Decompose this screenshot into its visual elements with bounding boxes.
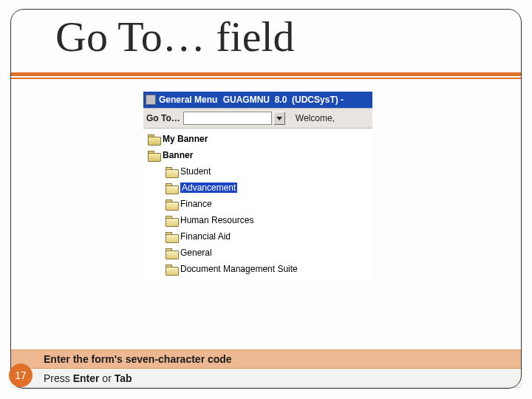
folder-closed-icon bbox=[166, 216, 177, 225]
folder-closed-icon bbox=[166, 265, 177, 274]
app-screenshot: General Menu GUAGMNU 8.0 (UDCSysT) - Go … bbox=[143, 92, 372, 281]
tree-item-dms[interactable]: Document Management Suite bbox=[145, 261, 372, 277]
app-icon bbox=[146, 95, 156, 105]
tree-folder-banner[interactable]: Banner bbox=[145, 147, 372, 163]
tree-label: Human Resources bbox=[180, 215, 253, 225]
instruction-line-2: Press Enter or Tab bbox=[10, 369, 522, 388]
slide-number-badge: 17 bbox=[9, 364, 33, 387]
tree-label: General bbox=[180, 248, 212, 258]
folder-closed-icon bbox=[166, 232, 177, 242]
folder-open-icon bbox=[148, 151, 160, 160]
goto-input[interactable] bbox=[183, 112, 272, 125]
window-title-prefix: General Menu bbox=[159, 95, 220, 105]
folder-closed-icon bbox=[166, 183, 177, 193]
tree-folder-my-banner[interactable]: My Banner bbox=[145, 131, 372, 147]
folder-closed-icon bbox=[166, 200, 177, 209]
tree-item-general[interactable]: General bbox=[145, 245, 372, 261]
chevron-down-icon bbox=[276, 117, 282, 120]
key-tab: Tab bbox=[115, 372, 132, 384]
tree-item-financial-aid[interactable]: Financial Aid bbox=[145, 228, 372, 245]
folder-open-icon bbox=[148, 134, 160, 144]
slide-title: Go To… field bbox=[55, 12, 295, 61]
tree-item-human-resources[interactable]: Human Resources bbox=[145, 212, 372, 228]
nav-tree: My Banner Banner Student Advancement Fin… bbox=[143, 129, 372, 281]
goto-dropdown-button[interactable] bbox=[273, 112, 285, 125]
tree-label: Advancement bbox=[180, 183, 237, 193]
goto-label: Go To… bbox=[146, 113, 180, 123]
folder-closed-icon bbox=[166, 248, 177, 258]
instruction-mid: or bbox=[99, 372, 114, 384]
tree-item-finance[interactable]: Finance bbox=[145, 196, 372, 212]
footer: Enter the form's seven-character code Pr… bbox=[10, 349, 522, 388]
tree-item-advancement[interactable]: Advancement bbox=[145, 180, 372, 196]
folder-closed-icon bbox=[166, 167, 177, 177]
welcome-text: Welcome, bbox=[296, 113, 335, 123]
tree-label: Finance bbox=[180, 199, 212, 209]
tree-label: Student bbox=[180, 166, 211, 177]
tree-label: Financial Aid bbox=[180, 231, 231, 242]
tree-item-student[interactable]: Student bbox=[145, 163, 372, 180]
slide-number: 17 bbox=[15, 369, 27, 381]
instruction-text: Enter the form's seven-character code bbox=[44, 353, 232, 365]
title-underline bbox=[10, 72, 522, 76]
tree-label: My Banner bbox=[163, 134, 208, 144]
instruction-prefix: Press bbox=[44, 372, 73, 384]
window-title-suffix: GUAGMNU 8.0 (UDCSysT) - bbox=[223, 95, 344, 105]
tree-label: Banner bbox=[163, 150, 193, 160]
instruction-line-1: Enter the form's seven-character code bbox=[10, 349, 522, 369]
goto-row: Go To… Welcome, bbox=[143, 108, 372, 129]
window-titlebar: General Menu GUAGMNU 8.0 (UDCSysT) - bbox=[143, 92, 372, 108]
key-enter: Enter bbox=[73, 372, 100, 384]
tree-label: Document Management Suite bbox=[180, 264, 298, 274]
